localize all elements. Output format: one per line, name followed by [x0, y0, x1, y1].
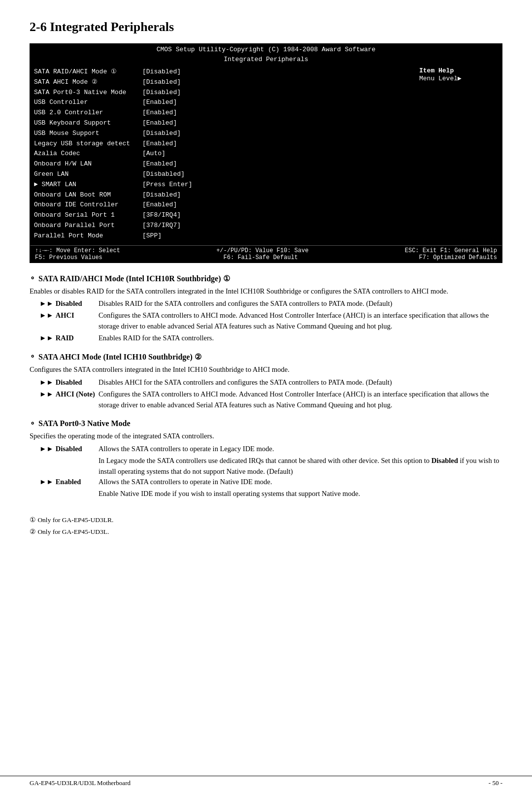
bios-row: SATA AHCI Mode ②[Disabled]	[34, 77, 409, 88]
section-title: ⚬ SATA Port0-3 Native Mode	[30, 419, 502, 428]
arrow-icon: ►►	[39, 298, 54, 309]
bios-left-panel: SATA RAID/AHCI Mode ①[Disabled]SATA AHCI…	[34, 67, 414, 241]
bios-row: Legacy USB storage detect[Enabled]	[34, 139, 409, 149]
bios-table: CMOS Setup Utility-Copyright (C) 1984-20…	[30, 43, 502, 263]
arrow-icon: ►►	[39, 310, 54, 321]
footnote: ② Only for GA-EP45-UD3L.	[30, 526, 502, 538]
option-list: ►►DisabledDisables RAID for the SATA con…	[39, 298, 502, 343]
footnote: ① Only for GA-EP45-UD3LR.	[30, 514, 502, 526]
arrow-icon: ►►	[39, 389, 54, 400]
bios-row: USB Mouse Support[Disabled]	[34, 129, 409, 139]
bios-body: SATA RAID/AHCI Mode ①[Disabled]SATA AHCI…	[30, 65, 502, 245]
bios-row: Onboard Serial Port 1[3F8/IRQ4]	[34, 210, 409, 221]
option-row: ►►AHCI (Note)Configures the SATA control…	[39, 389, 502, 411]
bios-row: Green LAN[Disbabled]	[34, 169, 409, 180]
bios-row: ► SMART LAN[Press Enter]	[34, 180, 409, 190]
bios-row: Onboard Parallel Port[378/IRQ7]	[34, 221, 409, 231]
option-key: ►►RAID	[39, 333, 99, 344]
cursor-icon: ⚬	[30, 353, 35, 361]
arrow-icon: ►►	[39, 477, 54, 488]
option-list: ►►DisabledAllows the SATA controllers to…	[39, 444, 502, 499]
section-sata-raid: ⚬ SATA RAID/AHCI Mode (Intel ICH10R Sout…	[30, 274, 502, 344]
option-row: ►►DisabledDisables AHCI for the SATA con…	[39, 377, 502, 388]
bios-header: CMOS Setup Utility-Copyright (C) 1984-20…	[30, 44, 502, 65]
option-key: ►►Enabled	[39, 477, 99, 488]
bios-row: Onboard H/W LAN[Enabled]	[34, 159, 409, 169]
option-key: ►►AHCI (Note)	[39, 389, 99, 411]
arrow-icon: ►►	[39, 377, 54, 388]
option-row: ►►RAIDEnables RAID for the SATA controll…	[39, 333, 502, 344]
sections-container: ⚬ SATA RAID/AHCI Mode (Intel ICH10R Sout…	[30, 274, 502, 499]
footer-left: GA-EP45-UD3LR/UD3L Motherboard	[30, 779, 131, 787]
option-continuation: Enable Native IDE mode if you wish to in…	[99, 489, 502, 499]
option-val: Allows the SATA controllers to operate i…	[99, 444, 502, 455]
bios-row: Onboard IDE Controller[Enabled]	[34, 200, 409, 210]
arrow-icon: ►►	[39, 333, 54, 344]
option-list: ►►DisabledDisables AHCI for the SATA con…	[39, 377, 502, 410]
section-desc: Specifies the operating mode of the inte…	[30, 431, 502, 442]
option-val: Configures the SATA controllers to AHCI …	[99, 389, 502, 411]
section-desc: Enables or disables RAID for the SATA co…	[30, 286, 502, 297]
option-row: ►►EnabledAllows the SATA controllers to …	[39, 477, 502, 488]
option-key: ►►Disabled	[39, 298, 99, 309]
cursor-icon: ⚬	[30, 274, 35, 283]
footer-right: - 50 -	[489, 779, 502, 787]
bios-row: Parallel Port Mode[SPP]	[34, 231, 409, 241]
option-val: Enables RAID for the SATA controllers.	[99, 333, 502, 344]
section-title: ⚬ SATA AHCI Mode (Intel ICH10 Southbridg…	[30, 352, 502, 362]
bios-row: USB 2.0 Controller[Enabled]	[34, 108, 409, 118]
option-val: Configures the SATA controllers to AHCI …	[99, 310, 502, 332]
option-row: ►►DisabledDisables RAID for the SATA con…	[39, 298, 502, 309]
bios-row: USB Keyboard Support[Enabled]	[34, 118, 409, 129]
bios-row: Azalia Codec[Auto]	[34, 149, 409, 159]
footnotes: ① Only for GA-EP45-UD3LR.② Only for GA-E…	[30, 514, 502, 538]
bios-right-panel: Item Help Menu Level▶	[414, 67, 498, 241]
option-key: ►►AHCI	[39, 310, 99, 332]
option-key: ►►Disabled	[39, 377, 99, 388]
option-val: Allows the SATA controllers to operate i…	[99, 477, 502, 488]
bios-row: SATA RAID/AHCI Mode ①[Disabled]	[34, 67, 409, 77]
cursor-icon: ⚬	[30, 420, 35, 428]
bios-footer: ↑↓→←: Move Enter: Select +/-/PU/PD: Valu…	[30, 245, 502, 263]
section-sata-ahci: ⚬ SATA AHCI Mode (Intel ICH10 Southbridg…	[30, 352, 502, 410]
bios-row: SATA Port0-3 Native Mode[Disabled]	[34, 88, 409, 98]
option-val: Disables AHCI for the SATA controllers a…	[99, 377, 502, 388]
option-row: ►►AHCIConfigures the SATA controllers to…	[39, 310, 502, 332]
arrow-icon: ►►	[39, 444, 54, 455]
option-row: ►►DisabledAllows the SATA controllers to…	[39, 444, 502, 455]
option-val: Disables RAID for the SATA controllers a…	[99, 298, 502, 309]
bottom-bar: GA-EP45-UD3LR/UD3L Motherboard - 50 -	[0, 776, 532, 790]
section-sata-port: ⚬ SATA Port0-3 Native ModeSpecifies the …	[30, 419, 502, 499]
section-title: ⚬ SATA RAID/AHCI Mode (Intel ICH10R Sout…	[30, 274, 502, 283]
option-continuation: In Legacy mode the SATA controllers use …	[99, 456, 502, 477]
option-key: ►►Disabled	[39, 444, 99, 455]
section-desc: Configures the SATA controllers integrat…	[30, 364, 502, 375]
page-title: 2-6 Integrated Peripherals	[30, 20, 502, 34]
bios-row: Onboard LAN Boot ROM[Disabled]	[34, 190, 409, 200]
bios-row: USB Controller[Enabled]	[34, 98, 409, 108]
